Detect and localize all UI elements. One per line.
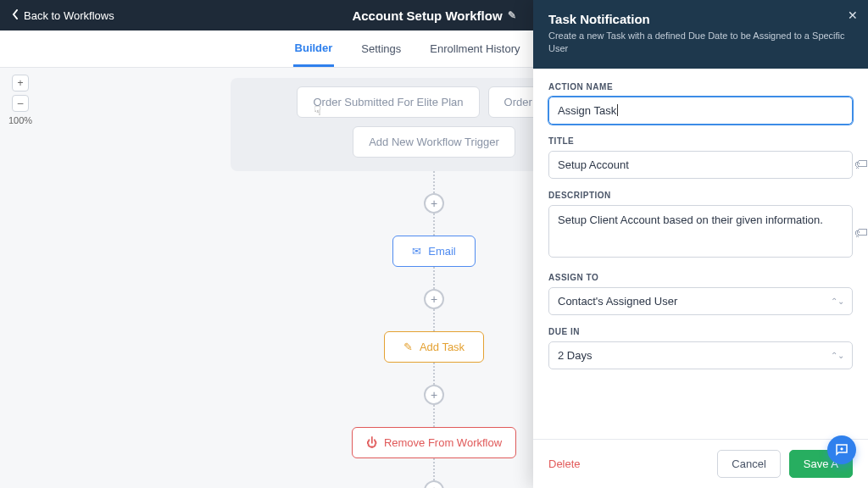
step-remove-from-workflow[interactable]: ⏻ Remove From Workflow [352, 427, 516, 458]
email-icon: ✉ [412, 245, 421, 258]
label-due-in: DUE IN [548, 327, 853, 336]
step-add-task-label: Add Task [420, 341, 465, 353]
close-icon[interactable]: ✕ [848, 8, 858, 22]
edit-icon[interactable]: ✎ [508, 9, 516, 21]
action-name-value: Assign Task [558, 104, 616, 117]
chevron-left-icon [12, 9, 19, 22]
back-label: Back to Workflows [24, 9, 114, 22]
assign-to-select[interactable] [548, 287, 853, 315]
connector [433, 405, 435, 427]
panel-body: ACTION NAME Assign Task TITLE 🏷 DESCRIPT… [533, 69, 868, 439]
connector [433, 309, 435, 331]
chat-support-icon[interactable] [827, 435, 856, 464]
label-title: TITLE [548, 136, 853, 146]
step-remove-label: Remove From Workflow [384, 436, 502, 449]
task-icon: ✎ [403, 341, 413, 353]
tab-enrollment-history[interactable]: Enrollment History [428, 32, 521, 65]
title-input[interactable] [548, 151, 853, 179]
tag-icon[interactable]: 🏷 [854, 157, 868, 172]
label-assign-to: ASSIGN TO [548, 273, 853, 282]
tag-icon[interactable]: 🏷 [854, 225, 868, 241]
step-email[interactable]: ✉ Email [392, 236, 476, 267]
step-email-label: Email [428, 245, 456, 258]
label-description: DESCRIPTION [548, 191, 853, 200]
side-panel-task-notification: Task Notification Create a new Task with… [533, 0, 868, 488]
connector [433, 214, 435, 236]
add-step-node-2[interactable]: + [424, 289, 444, 309]
panel-title: Task Notification [548, 12, 853, 26]
connector [433, 363, 435, 385]
cancel-button[interactable]: Cancel [717, 450, 780, 478]
text-caret [617, 104, 618, 116]
panel-subtitle: Create a new Task with a defined Due Dat… [548, 30, 853, 55]
tab-builder[interactable]: Builder [293, 31, 335, 67]
workflow-title-text: Account Setup Workflow [352, 8, 502, 23]
due-in-select[interactable] [548, 341, 853, 369]
connector [433, 171, 435, 193]
add-step-node-3[interactable]: + [424, 385, 444, 405]
add-trigger-button[interactable]: Add New Workflow Trigger [353, 126, 515, 158]
step-add-task[interactable]: ✎ Add Task [384, 331, 484, 363]
remove-icon: ⏻ [366, 436, 377, 449]
workflow-title: Account Setup Workflow ✎ [352, 8, 515, 23]
delete-button[interactable]: Delete [548, 458, 709, 470]
trigger-elite-plan[interactable]: Order Submitted For Elite Plan [297, 86, 479, 118]
back-to-workflows-link[interactable]: Back to Workflows [12, 9, 114, 22]
panel-header: Task Notification Create a new Task with… [533, 0, 868, 69]
add-step-node-4[interactable]: + [424, 480, 444, 488]
tab-settings[interactable]: Settings [359, 32, 403, 65]
description-input[interactable] [548, 205, 853, 258]
add-step-node-1[interactable]: + [424, 193, 444, 214]
connector [433, 267, 435, 289]
panel-footer: Delete Cancel Save A [533, 439, 868, 488]
label-action-name: ACTION NAME [548, 82, 853, 92]
connector [433, 458, 435, 480]
action-name-input[interactable]: Assign Task [548, 97, 853, 125]
